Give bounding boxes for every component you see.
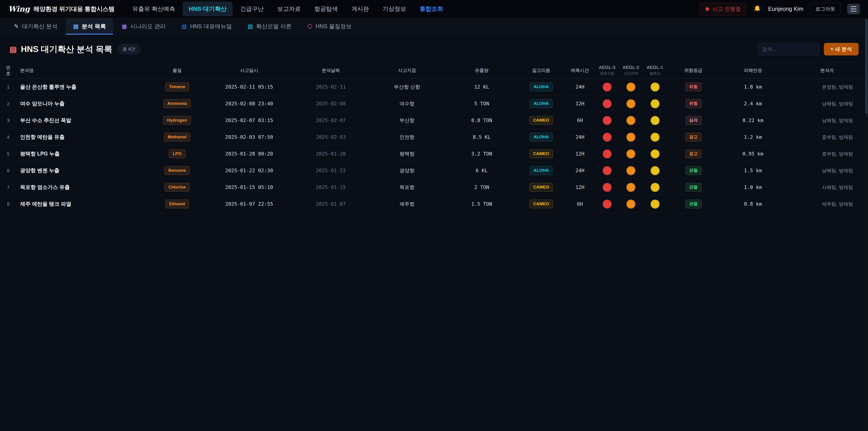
risk-grade-badge: 관찰 — [685, 183, 702, 192]
row-number: 4 — [0, 129, 17, 146]
risk-cell: 관찰 — [667, 179, 720, 196]
aegl3-indicator-icon — [602, 99, 612, 108]
header-spill-amount: 유출량 — [446, 62, 518, 79]
aegl1-indicator-icon — [651, 149, 659, 158]
tab-label: 대기확산 분석 — [22, 23, 57, 30]
vertical-scrollbar[interactable] — [865, 18, 868, 431]
risk-cell: 관찰 — [667, 162, 720, 179]
brand[interactable]: Wing 해양환경 위기대응 통합시스템 — [8, 4, 115, 13]
analysis-date: 2025-01-15 — [293, 179, 368, 196]
scrollbar-thumb[interactable] — [865, 19, 868, 114]
header-risk-grade: 위험등급 — [667, 62, 720, 79]
table-row[interactable]: 8 제주 에탄올 탱크 파열 Ethanol 2025-01-07 22:55 … — [0, 196, 868, 212]
spill-amount: 1.5 TON — [446, 196, 518, 212]
analysis-date: 2025-02-07 — [293, 112, 368, 129]
app-logo: Wing — [8, 4, 30, 13]
notification-bell-button[interactable] — [753, 5, 761, 13]
nav-item-emergency-rescue[interactable]: 긴급구난 — [234, 2, 270, 16]
incident-datetime: 2025-02-08 23:40 — [205, 95, 293, 112]
table-row[interactable]: 4 인천항 메탄올 유출 Methanol 2025-02-03 07:50 2… — [0, 129, 868, 146]
aegl3-cell — [595, 79, 619, 95]
aegl2-indicator-icon — [626, 149, 636, 158]
forecast-time: 12H — [565, 95, 595, 112]
tab-scenario-management[interactable]: ▦ 시나리오 관리 — [114, 18, 173, 35]
header-damage-radius: 피해반경 — [720, 62, 786, 79]
book-icon: ▥ — [182, 24, 187, 29]
table-row[interactable]: 7 목포항 염소가스 유출 Chlorine 2025-01-15 05:10 … — [0, 179, 868, 196]
analyst: 서해팀, 방제팀 — [786, 179, 868, 196]
aegl3-cell — [595, 179, 619, 196]
row-number: 5 — [0, 146, 17, 162]
tab-hns-response-manual[interactable]: ▥ HNS 대응매뉴얼 — [174, 18, 239, 35]
risk-grade-badge: 심각 — [685, 116, 702, 125]
logout-button[interactable]: 로그아웃 — [810, 3, 840, 15]
new-analysis-button[interactable]: + 새 분석 — [824, 43, 859, 55]
nav-item-hns-dispersion[interactable]: HNS·대기확산 — [183, 2, 233, 16]
nav-item-integrated-search[interactable]: 통합조회 — [413, 2, 449, 16]
incident-status-badge[interactable]: 사고 진행중 — [700, 3, 747, 16]
aegl3-cell — [595, 146, 619, 162]
damage-radius: 0.95 km — [720, 146, 786, 162]
aegl1-indicator-icon — [651, 199, 659, 209]
clipboard-icon: ▤ — [9, 45, 17, 54]
hamburger-menu-button[interactable] — [847, 4, 860, 14]
damage-radius: 0.22 km — [720, 112, 786, 129]
risk-grade-badge: 위험 — [685, 99, 702, 108]
analysis-name: 평택항 LPG 누출 — [17, 146, 149, 162]
nav-item-board[interactable]: 게시판 — [345, 2, 375, 16]
algorithm-cell: CAMEO — [518, 179, 565, 196]
material-badge: LPG — [169, 149, 185, 158]
spill-amount: 0.8 TON — [446, 112, 518, 129]
tab-dispersion-model-theory[interactable]: ▧ 확산모델 이론 — [240, 18, 299, 35]
algorithm-badge: ALOHA — [530, 83, 553, 91]
nav-item-weather-info[interactable]: 기상정보 — [376, 2, 412, 16]
incident-location: 목포항 — [368, 179, 446, 196]
table-row[interactable]: 3 부산 수소 추진선 폭발 Hydrogen 2025-02-07 03:15… — [0, 112, 868, 129]
analysis-name: 제주 에탄올 탱크 파열 — [17, 196, 149, 212]
header-aegl2: AEGL-2건강피해 — [619, 62, 643, 79]
material-cell: Benzene — [149, 162, 205, 179]
analysis-date: 2025-02-11 — [293, 79, 368, 95]
risk-cell: 심각 — [667, 112, 720, 129]
algorithm-cell: ALOHA — [518, 129, 565, 146]
table-row[interactable]: 6 광양항 벤젠 누출 Benzene 2025-01-22 02:30 202… — [0, 162, 868, 179]
aegl1-cell — [643, 162, 667, 179]
header-material: 물질 — [149, 62, 205, 79]
incident-datetime: 2025-01-15 05:10 — [205, 179, 293, 196]
search-input[interactable] — [758, 43, 819, 55]
incident-datetime: 2025-02-03 07:50 — [205, 129, 293, 146]
aegl3-indicator-icon — [602, 183, 612, 192]
nav-item-oil-spill-forecast[interactable]: 유출유 확산예측 — [126, 2, 181, 16]
model-icon: ▧ — [248, 24, 253, 29]
forecast-time: 12H — [565, 146, 595, 162]
list-icon: ▤ — [73, 24, 79, 29]
tab-analysis-list[interactable]: ▤ 분석 목록 — [66, 18, 113, 35]
algorithm-cell: ALOHA — [518, 162, 565, 179]
aegl2-indicator-icon — [626, 99, 636, 108]
header-no: 번호 — [0, 62, 17, 79]
table-row[interactable]: 5 평택항 LPG 누출 LPG 2025-01-28 00:20 2025-0… — [0, 146, 868, 162]
risk-grade-badge: 경고 — [685, 133, 702, 142]
aegl3-indicator-icon — [602, 83, 612, 92]
aegl1-cell — [643, 95, 667, 112]
aegl3-cell — [595, 112, 619, 129]
table-row[interactable]: 1 울산 온산항 톨루엔 누출 Toluene 2025-02-11 05:15… — [0, 79, 868, 95]
tab-hns-substance-info[interactable]: ⬡ HNS 물질정보 — [300, 18, 359, 35]
analysis-date: 2025-02-03 — [293, 129, 368, 146]
page-title-text: HNS 대기확산 분석 목록 — [21, 43, 112, 55]
nav-item-aerial-search[interactable]: 항공탐색 — [308, 2, 344, 16]
tab-dispersion-analysis[interactable]: ✎ 대기확산 분석 — [7, 18, 65, 35]
nav-item-reports[interactable]: 보고자료 — [271, 2, 307, 16]
material-cell: Chlorine — [149, 179, 205, 196]
algorithm-cell: ALOHA — [518, 79, 565, 95]
tab-label: 분석 목록 — [82, 23, 106, 30]
spill-amount: 3.2 TON — [446, 146, 518, 162]
header-analyst: 분석자 — [786, 62, 868, 79]
damage-radius: 1.2 km — [720, 129, 786, 146]
aegl1-cell — [643, 129, 667, 146]
material-badge: Methanol — [164, 133, 190, 142]
top-navbar: Wing 해양환경 위기대응 통합시스템 유출유 확산예측 HNS·대기확산 긴… — [0, 0, 868, 18]
aegl1-indicator-icon — [651, 166, 659, 175]
aegl1-indicator-icon — [651, 133, 659, 142]
table-row[interactable]: 2 여수 암모니아 누출 Ammonia 2025-02-08 23:40 20… — [0, 95, 868, 112]
